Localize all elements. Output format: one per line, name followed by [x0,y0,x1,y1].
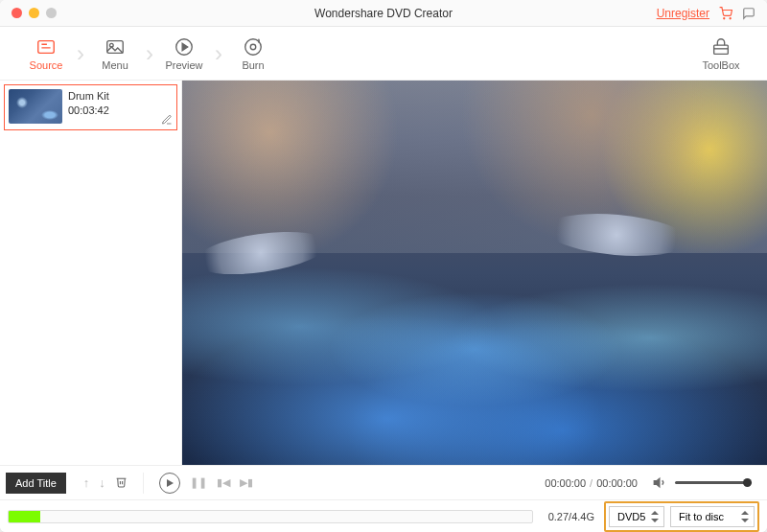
step-label: Menu [102,59,128,71]
step-preview[interactable]: Preview [146,36,222,71]
video-frame [182,81,767,465]
pause-icon[interactable]: ❚❚ [190,476,207,489]
edit-clip-icon[interactable] [161,114,173,126]
clip-title: Drum Kit [68,89,155,104]
delete-icon[interactable] [115,475,128,490]
disc-type-select[interactable]: DVD5 [609,506,664,527]
move-down-icon[interactable]: ↓ [99,475,105,490]
clip-action-icons: ↑ ↓ [83,475,128,490]
video-content [544,209,690,262]
step-label: ToolBox [702,59,739,71]
time-separator: / [590,477,593,489]
volume-slider[interactable] [675,481,752,484]
window-controls [12,8,57,18]
preview-icon [174,36,195,58]
step-label: Preview [165,59,202,71]
titlebar: Wondershare DVD Creator Unregister [0,0,767,27]
clip-item[interactable]: Drum Kit 00:03:42 [4,84,177,130]
time-display: 00:00:00 / 00:00:00 [545,477,638,489]
clip-duration: 00:03:42 [68,104,155,118]
total-time: 00:00:00 [596,477,638,489]
disc-settings-highlight: DVD5 Fit to disc [604,501,759,532]
cart-icon[interactable] [719,7,732,20]
status-bar: 0.27/4.4G DVD5 Fit to disc [0,499,767,532]
disc-type-value: DVD5 [617,511,645,522]
clip-info: Drum Kit 00:03:42 [68,89,155,119]
divider [143,473,144,494]
volume-thumb[interactable] [743,478,752,487]
svg-point-1 [730,17,731,18]
close-window-button[interactable] [12,8,22,18]
bottom-bar: Add Title ↑ ↓ ❚❚ ▮◀ ▶▮ 00:00:00 / 00:00:… [0,465,767,499]
playback-controls: ❚❚ ▮◀ ▶▮ [159,473,253,494]
step-menu[interactable]: Menu [77,36,153,71]
source-icon [35,36,57,58]
svg-marker-13 [654,478,660,487]
app-title: Wondershare DVD Creator [314,7,453,20]
play-icon [167,479,174,487]
clip-list: Drum Kit 00:03:42 [0,81,182,465]
step-toolbox[interactable]: ToolBox [683,36,759,71]
feedback-icon[interactable] [742,7,755,20]
svg-rect-2 [38,40,55,53]
clip-thumbnail [9,89,62,124]
burn-icon [243,36,264,58]
next-icon[interactable]: ▶▮ [240,476,253,489]
step-source[interactable]: Source [8,36,84,71]
fit-mode-value: Fit to disc [679,511,724,522]
svg-point-0 [724,17,725,18]
video-content [192,225,330,282]
minimize-window-button[interactable] [29,8,39,18]
svg-marker-8 [182,43,188,50]
disc-size-text: 0.27/4.4G [548,511,594,522]
steps-bar: Source › Menu › Preview › Burn T [0,27,767,81]
disc-usage-bar [8,510,533,523]
menu-icon [105,36,126,58]
volume-control [653,475,752,490]
main-area: Drum Kit 00:03:42 [0,81,767,465]
toolbox-icon [710,36,732,58]
unregister-link[interactable]: Unregister [657,7,709,20]
play-button[interactable] [159,473,180,494]
move-up-icon[interactable]: ↑ [83,475,90,490]
volume-icon[interactable] [653,475,667,490]
step-label: Source [30,59,63,71]
video-preview[interactable] [182,81,767,465]
svg-point-10 [250,44,256,50]
add-title-button[interactable]: Add Title [6,473,66,494]
prev-icon[interactable]: ▮◀ [217,476,230,489]
titlebar-right: Unregister [657,7,755,20]
fit-mode-select[interactable]: Fit to disc [670,506,755,527]
app-window: Wondershare DVD Creator Unregister Sourc… [0,0,767,532]
step-burn[interactable]: Burn [215,36,291,71]
disc-usage-fill [9,511,40,522]
maximize-window-button[interactable] [46,8,57,18]
current-time: 00:00:00 [545,477,586,489]
svg-rect-11 [714,45,729,54]
step-label: Burn [242,59,264,71]
